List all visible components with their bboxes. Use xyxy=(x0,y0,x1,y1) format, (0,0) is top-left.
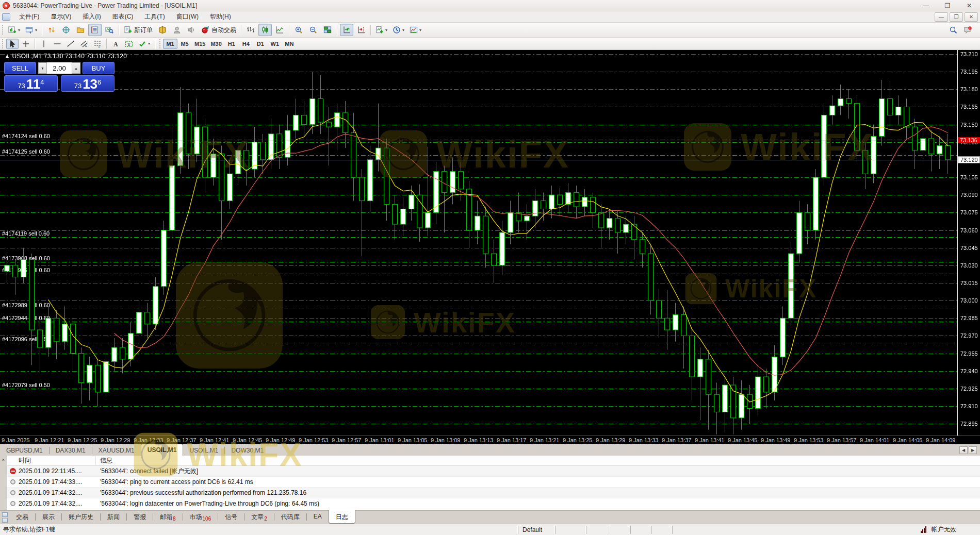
profiles-button[interactable]: ▾ xyxy=(23,24,39,36)
market-watch-button[interactable] xyxy=(45,24,58,36)
autotrading-button[interactable]: 自动交易 xyxy=(199,24,238,36)
new-order-button[interactable]: 新订单 xyxy=(122,24,155,36)
terminal-tab-账户历史[interactable]: 账户历史 xyxy=(62,511,100,523)
menu-item-2[interactable]: 插入(I) xyxy=(77,11,106,22)
terminal-tab-新闻[interactable]: 新闻 xyxy=(101,511,126,523)
text-label-button[interactable]: T xyxy=(123,39,135,49)
fibonacci-button[interactable]: F xyxy=(91,39,104,49)
journal-column-time[interactable]: 时间 xyxy=(7,456,96,465)
terminal-tab-信号[interactable]: 信号 xyxy=(218,511,244,523)
timeframe-w1-button[interactable]: W1 xyxy=(268,39,282,49)
menu-item-6[interactable]: 帮助(H) xyxy=(204,11,237,22)
volume-up-button[interactable]: ▲ xyxy=(72,62,80,74)
crosshair-button[interactable] xyxy=(20,39,32,49)
close-button[interactable]: ✕ xyxy=(958,0,980,11)
restore-button[interactable]: ❐ xyxy=(937,0,958,11)
cursor-button[interactable] xyxy=(6,39,19,49)
templates-dropdown-icon[interactable]: ▾ xyxy=(419,28,421,32)
journal-row[interactable]: 2025.01.09 17:44:33....'5633044': ping t… xyxy=(7,477,980,488)
tile-windows-button[interactable] xyxy=(321,24,334,36)
zoom-out-button[interactable] xyxy=(306,24,320,36)
terminal-tab-邮箱[interactable]: 邮箱8 xyxy=(153,511,183,523)
status-profile[interactable]: Default xyxy=(518,526,555,534)
new-chart-button[interactable]: ▾ xyxy=(6,24,22,36)
horizontal-line-button[interactable] xyxy=(51,39,63,49)
data-window-button[interactable] xyxy=(59,24,73,36)
chart-tab-xauusd-m1[interactable]: XAUUSD,M1 xyxy=(92,445,141,456)
terminal-tab-日志[interactable]: 日志 xyxy=(329,510,355,524)
terminal-dock-icon[interactable] xyxy=(0,511,9,524)
community-button[interactable] xyxy=(170,24,184,36)
journal-column-message[interactable]: 信息 xyxy=(96,456,112,465)
buy-button[interactable]: BUY xyxy=(83,62,115,74)
timeframe-m1-button[interactable]: M1 xyxy=(163,39,177,49)
terminal-tab-交易[interactable]: 交易 xyxy=(9,511,35,523)
status-connection[interactable]: 帐户无效 xyxy=(921,525,980,534)
price-chart[interactable] xyxy=(0,50,980,436)
child-close-button[interactable]: ✕ xyxy=(965,12,978,22)
minimize-button[interactable]: — xyxy=(915,0,937,11)
volume-input[interactable]: 2.00 xyxy=(47,62,72,74)
timeframe-h4-button[interactable]: H4 xyxy=(239,39,253,49)
terminal-close-icon[interactable]: × xyxy=(1,457,6,462)
templates-button[interactable]: ▾ xyxy=(407,24,423,36)
text-button[interactable]: A xyxy=(109,39,122,49)
sell-price-display[interactable]: 73 11 4 xyxy=(4,75,58,92)
metaeditor-button[interactable] xyxy=(156,24,169,36)
chart-tab-dow30-m1[interactable]: DOW30,M1 xyxy=(225,445,270,456)
auto-scroll-button[interactable] xyxy=(340,24,353,36)
search-icon[interactable] xyxy=(946,24,960,36)
zoom-in-button[interactable] xyxy=(292,24,305,36)
tab-scroll-right-icon[interactable]: ▶ xyxy=(969,446,977,454)
chart-tab-dax30-m1[interactable]: DAX30,M1 xyxy=(50,445,92,456)
terminal-tab-文章[interactable]: 文章2 xyxy=(244,511,274,523)
sell-button[interactable]: SELL xyxy=(4,62,36,74)
arrows-button[interactable]: ▾ xyxy=(136,39,152,49)
indicators-button[interactable]: ▾ xyxy=(373,24,389,36)
chart-candles-button[interactable] xyxy=(258,24,272,36)
child-minimize-button[interactable]: — xyxy=(935,12,948,22)
chart-shift-button[interactable] xyxy=(354,24,368,36)
menu-item-4[interactable]: 工具(T) xyxy=(139,11,170,22)
news-button[interactable] xyxy=(185,24,198,36)
vertical-line-button[interactable] xyxy=(38,39,50,49)
chart-tab-usoil-m1[interactable]: USOIL,M1 xyxy=(183,445,224,456)
equidistant-channel-button[interactable]: E xyxy=(78,39,90,49)
chart-bars-button[interactable] xyxy=(244,24,257,36)
menu-item-5[interactable]: 窗口(W) xyxy=(171,11,204,22)
journal-row[interactable]: 2025.01.09 17:44:32....'5633044': login … xyxy=(7,498,980,509)
journal-row[interactable]: 2025.01.09 22:11:45....'5633044': connec… xyxy=(7,466,980,477)
menu-item-1[interactable]: 显示(V) xyxy=(45,11,77,22)
menu-item-0[interactable]: 文件(F) xyxy=(13,11,45,22)
menu-item-3[interactable]: 图表(C) xyxy=(107,11,139,22)
child-restore-button[interactable]: ❐ xyxy=(950,12,963,22)
time-axis[interactable]: 9 Jan 20259 Jan 12:219 Jan 12:259 Jan 12… xyxy=(0,436,980,444)
buy-price-display[interactable]: 73 13 6 xyxy=(61,75,115,92)
chart-tab-gbpusd-m1[interactable]: GBPUSD,M1 xyxy=(0,445,49,456)
periods-dropdown-icon[interactable]: ▾ xyxy=(402,28,404,32)
trend-line-button[interactable] xyxy=(64,39,77,49)
terminal-tab-警报[interactable]: 警报 xyxy=(127,511,153,523)
chart-tab-usoil-m1[interactable]: USOIL,M1 xyxy=(141,444,184,456)
profiles-dropdown-icon[interactable]: ▾ xyxy=(35,28,37,32)
timeframe-d1-button[interactable]: D1 xyxy=(253,39,268,49)
terminal-tab-代码库[interactable]: 代码库 xyxy=(274,511,306,523)
terminal-tab-ea[interactable]: EA xyxy=(307,511,329,523)
strategy-tester-button[interactable] xyxy=(103,24,116,36)
timeframe-h1-button[interactable]: H1 xyxy=(224,39,239,49)
price-axis[interactable]: 73.21073.19573.18073.16573.15073.13573.1… xyxy=(958,50,980,436)
volume-down-button[interactable]: ▼ xyxy=(38,62,47,74)
journal-row[interactable]: 2025.01.09 17:44:32....'5633044': previo… xyxy=(7,488,980,498)
timeframe-m15-button[interactable]: M15 xyxy=(192,39,208,49)
chart-line-button[interactable] xyxy=(273,24,286,36)
arrows-dropdown-icon[interactable]: ▾ xyxy=(148,41,150,46)
periods-button[interactable]: ▾ xyxy=(390,24,406,36)
timeframe-m5-button[interactable]: M5 xyxy=(177,39,192,49)
terminal-tab-展示[interactable]: 展示 xyxy=(36,511,61,523)
timeframe-mn-button[interactable]: MN xyxy=(282,39,297,49)
tab-scroll-left-icon[interactable]: ◀ xyxy=(959,446,968,454)
terminal-tab-市场[interactable]: 市场106 xyxy=(183,511,218,523)
terminal-button[interactable] xyxy=(88,24,102,36)
timeframe-m30-button[interactable]: M30 xyxy=(208,39,224,49)
new-chart-dropdown-icon[interactable]: ▾ xyxy=(18,28,20,32)
